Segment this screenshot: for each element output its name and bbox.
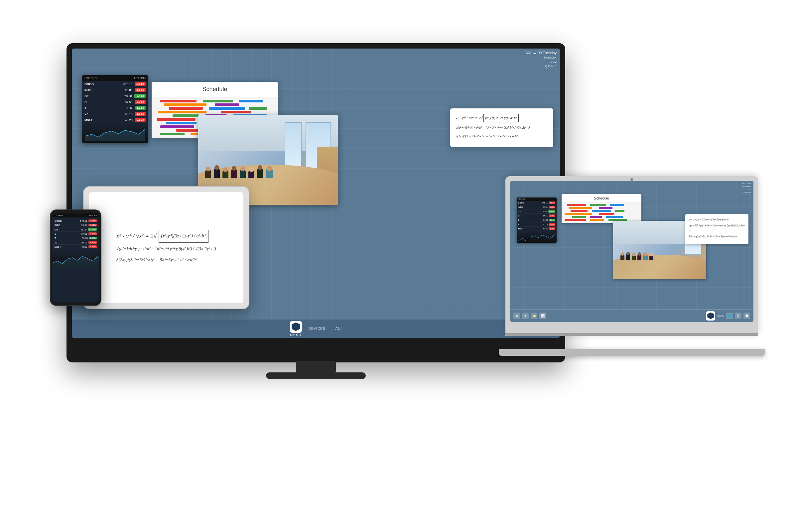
tv-info3: QTYN-R [526,64,557,69]
taskbar-menu-logo-icon [707,312,714,319]
stock-change-vz: -1.98% [135,112,146,116]
stock-change-msft: -8.26% [135,118,146,122]
phone-price-msft: 49.28 [64,246,87,248]
phone-sym-ge: GE [55,228,64,231]
stock-sparkline-svg [83,125,147,141]
lsr-price-goog: 678.11 [526,202,548,204]
phone-stock-row-ge: GE 28.28 +3.48% [53,227,98,232]
lsr-price-t: 36.65 [526,219,548,221]
phone-sym-msft: MSFT [55,246,64,248]
laptop-sr-goog: GOOG 678.11 -3.64% [517,201,557,205]
phone-price-c: 37.51 [64,233,87,235]
laptop-schedule-title: Schedule [562,194,641,203]
taskbar-menu-logo[interactable] [706,311,715,321]
phone-stock-row-goog: GOOG 678.11 -3.64% [53,219,98,223]
tv-math-widget: x² - y⁴ / √z² = 2√ (x²-y⁴)(3z+2z-y³) / a… [450,108,553,147]
lsr-sym-c: C [518,215,526,217]
taskbar-icon-grid[interactable]: ⊞ [513,312,520,319]
laptop-info1: Instructor [742,185,751,188]
phone-chg-msft: -8.26% [89,245,97,248]
laptop-schedule-body [562,203,641,223]
phone-chart-area [52,250,99,267]
lsr-price-vz: 50.15 [526,224,548,225]
laptop-math-line-3: 3(2xy)³(3ab+3x)⁴/x⁴y² = 5x⁴+3y²-a²-b²/z²… [689,234,745,239]
tablet-math-content: x² - y⁴ / √z² = 2√ (x²-y⁴)(3z+2z-y³) / a… [110,223,223,273]
laptop-conf-people [621,254,653,260]
tv-schedule-title: Schedule [152,82,278,97]
tv-stock-chart [82,123,148,143]
phone-chg-t: 1.24% [89,237,97,240]
stock-price-c: 37.51 [98,100,133,104]
stock-row-msft: MSFT 49.28 -8.26% [82,117,148,123]
stock-change-t: 1.24% [135,106,146,110]
phone-screen: 11:26PM STOCKS GOOG 678.11 -3.64% INTC 2… [52,213,99,302]
phone-price-vz: 50.15 [64,241,87,244]
phone: 11:26PM STOCKS GOOG 678.11 -3.64% INTC 2… [50,209,101,306]
phone-sparkline-svg [52,250,99,267]
lsr-price-intc: 28.81 [526,206,548,208]
phone-stock-widget: GOOG 678.11 -3.64% INTC 28.81 -5.03% GE … [52,217,99,250]
stock-price-intc: 28.81 [98,89,133,92]
tablet-screen: x² - y⁴ / √z² = 2√ (x²-y⁴)(3z+2z-y³) / a… [89,192,243,303]
taskbar-icon-globe[interactable]: 🌐 [726,312,733,319]
tv-top-info: 66° ☁ 09 Tuesday Instructor 10.2 QTYN-R [526,51,557,68]
cloud-icon: ☁ [533,51,536,56]
tv-menu-logo [290,321,302,333]
taskbar-icon-chart[interactable]: 📊 [539,312,546,319]
laptop-sr-intc: INTC 28.81 -5.03% [517,205,557,209]
phone-time: 11:26PM [55,214,62,216]
laptop-weather: 66° ☁ 09 [742,182,751,185]
l-sched-row-5 [563,216,640,218]
phone-price-goog: 678.11 [64,220,87,222]
stock-change-ge: +3.48% [134,94,146,98]
laptop-sr-ge: GE 28.28 +3.48% [517,209,557,214]
laptop-screen: 66° ☁ 09 Instructor 10.2 QTYN-R STOCKS G… [510,181,754,322]
stock-change-goog: -3.64% [135,82,146,86]
stock-price-msft: 49.28 [98,118,133,122]
stock-price-ge: 28.28 [98,94,132,98]
tv-stand-base [266,373,366,379]
stock-price-vz: 50.15 [98,112,133,116]
taskbar-icon-folder[interactable]: 📁 [531,312,537,319]
tablet-math-line-1: x² - y⁴ / √z² = 2√ (x²-y⁴)(3z+2z-y³) / a… [116,230,216,243]
laptop-lid: 66° ☁ 09 Instructor 10.2 QTYN-R STOCKS G… [506,176,758,336]
laptop-sr-c: C 37.51 -9.79% [517,214,557,218]
stock-row-t: T 36.65 1.24% [82,105,148,111]
tv-nav-devices[interactable]: DEVICES [308,327,325,330]
laptop: 66° ☁ 09 Instructor 10.2 QTYN-R STOCKS G… [506,176,758,356]
laptop-sr-t: T 36.65 1.24% [517,218,557,223]
tablet-math-line-3: 3(2xy)³(3ab+3x)⁴/x⁴y² = 5x⁴+3y²-a²-b² / … [116,255,216,265]
phone-status-bar: 11:26PM STOCKS [52,213,99,217]
lsr-chg-t: 1.24% [549,219,555,222]
phone-stock-row-intc: INTC 28.81 -5.03% [53,223,98,227]
phone-price-intc: 28.81 [64,224,87,226]
stock-row-vz: VZ 50.15 -1.98% [82,111,148,117]
math-line-2: √(a²+½b⁵/y³) · z²/a² = (a²+b³+y²+y⁴)(x²-… [456,125,548,131]
tv-menu-button[interactable]: MENU [290,321,302,337]
stock-header-label: STOCKS [84,76,97,80]
phone-sym-intc: INTC [55,224,64,226]
tv-menu-label: MENU [290,334,302,337]
tv-temperature: 66° [526,51,531,56]
lsr-chg-intc: -5.03% [549,206,555,208]
math-content: x² - y⁴ / √z² = 2√ (x²-y⁴)(3z+2z-y³) / a… [456,114,548,140]
scene: 66° ☁ 09 Tuesday Instructor 10.2 QTYN-R … [33,33,765,499]
tv-info1: Instructor [526,56,557,60]
lsr-sym-intc: INTC [518,206,526,208]
lsr-sym-ge: GE [518,210,526,212]
laptop-info3: QTYN-R [742,191,751,194]
phone-carrier: STOCKS [89,214,97,216]
lsr-chg-msft: -8.26% [549,227,555,230]
laptop-math-line-1: x² - y⁴/√z² = 2√(x²-y⁴)(3z+2z-y³)/a²-b⁴ [689,217,745,222]
taskbar-icon-star[interactable]: ★ [522,312,529,319]
laptop-sparkline-svg [517,231,557,243]
phone-stock-row-vz: VZ 50.15 -1.98% [53,241,98,245]
lsr-chg-vz: -1.98% [549,223,555,226]
laptop-math-widget: x² - y⁴/√z² = 2√(x²-y⁴)(3z+2z-y³)/a²-b⁴ … [685,214,748,244]
lsr-price-ge: 28.28 [526,210,547,212]
tv-nav-aui[interactable]: AUI [336,327,342,330]
stock-symbol-ge: GE [84,94,98,98]
taskbar-icon-clock[interactable]: 🕐 [743,312,750,319]
stock-row-goog: GOOG 678.11 -3.64% [82,81,148,87]
taskbar-icon-list[interactable]: ☰ [735,312,741,319]
